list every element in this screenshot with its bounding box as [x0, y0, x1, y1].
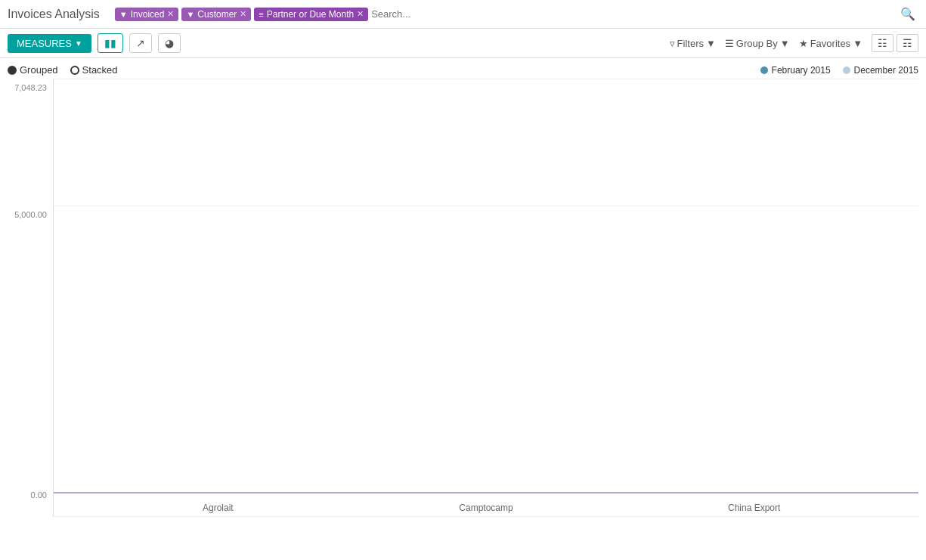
invoiced-filter-label: Invoiced — [131, 9, 165, 20]
favorites-button[interactable]: ★ Favorites ▼ — [799, 38, 863, 49]
x-label-agrolait: Agrolait — [84, 503, 352, 513]
legend-feb-dot — [760, 67, 768, 74]
filter-tags: ▼ Invoiced ✕ ▼ Customer ✕ ≡ Partner or D… — [115, 8, 897, 21]
page-title: Invoices Analysis — [8, 8, 100, 21]
bars-area — [54, 79, 918, 493]
customer-filter-icon: ▼ — [186, 10, 194, 19]
search-input[interactable] — [371, 8, 492, 21]
grouped-label: Grouped — [20, 64, 58, 76]
groupby-label: Group By — [736, 38, 778, 49]
grid-view-button[interactable]: ☷ — [872, 34, 893, 52]
search-button[interactable]: 🔍 — [897, 7, 918, 21]
bar-chart-view-button[interactable]: ▮▮ — [98, 33, 123, 53]
filter-tag-customer[interactable]: ▼ Customer ✕ — [181, 8, 251, 21]
legend-dec-label: December 2015 — [854, 65, 918, 76]
partner-filter-label: Partner or Due Month — [267, 9, 354, 20]
customer-filter-close[interactable]: ✕ — [240, 9, 246, 19]
grouped-radio[interactable] — [8, 66, 17, 75]
measures-button[interactable]: MEASURES ▼ — [8, 34, 91, 53]
partner-filter-icon: ≡ — [259, 10, 263, 19]
favorites-caret: ▼ — [853, 38, 863, 49]
star-icon: ★ — [799, 38, 808, 49]
line-chart-view-button[interactable]: ↗ — [129, 33, 152, 53]
filters-caret: ▼ — [706, 38, 716, 49]
legend-dec-dot — [843, 67, 850, 74]
legend-feb: February 2015 — [760, 65, 831, 76]
measures-caret-icon: ▼ — [75, 39, 82, 48]
chart-legend: February 2015 December 2015 — [760, 65, 918, 76]
chart-body: Agrolait Camptocamp China Export — [53, 79, 918, 517]
view-icons: ☷ ☶ — [872, 34, 918, 52]
invoiced-filter-icon: ▼ — [119, 10, 128, 19]
stacked-option[interactable]: Stacked — [70, 64, 118, 76]
x-label-camptocamp: Camptocamp — [352, 503, 621, 513]
favorites-label: Favorites — [810, 38, 850, 49]
partner-filter-close[interactable]: ✕ — [357, 9, 364, 19]
chart-area: Grouped Stacked February 2015 December 2… — [0, 58, 926, 517]
stacked-radio[interactable] — [70, 66, 79, 75]
chart-options: Grouped Stacked February 2015 December 2… — [8, 64, 918, 76]
grid-line-bottom — [54, 516, 918, 517]
chart-type-options: Grouped Stacked — [8, 64, 118, 76]
groupby-caret: ▼ — [780, 38, 790, 49]
measures-label: MEASURES — [17, 38, 72, 49]
invoiced-filter-close[interactable]: ✕ — [167, 9, 174, 19]
filters-button[interactable]: ▿ Filters ▼ — [670, 38, 716, 49]
list-view-button[interactable]: ☶ — [897, 34, 918, 52]
x-labels: Agrolait Camptocamp China Export — [54, 503, 918, 513]
y-axis: 7,048.23 5,000.00 0.00 — [8, 79, 53, 517]
groupby-icon: ☰ — [725, 38, 734, 49]
legend-feb-label: February 2015 — [772, 65, 831, 76]
top-bar: Invoices Analysis ▼ Invoiced ✕ ▼ Custome… — [0, 0, 926, 29]
y-mid-label: 5,000.00 — [14, 210, 47, 219]
x-label-china-export: China Export — [620, 503, 888, 513]
filter-tag-partner[interactable]: ≡ Partner or Due Month ✕ — [254, 8, 368, 21]
y-max-label: 7,048.23 — [14, 83, 47, 92]
toolbar-right: ▿ Filters ▼ ☰ Group By ▼ ★ Favorites ▼ ☷… — [670, 34, 918, 52]
chart-container: 7,048.23 5,000.00 0.00 — [8, 79, 918, 517]
toolbar: MEASURES ▼ ▮▮ ↗ ◕ ▿ Filters ▼ ☰ Group By… — [0, 29, 926, 58]
y-zero-label: 0.00 — [31, 490, 47, 500]
groupby-button[interactable]: ☰ Group By ▼ — [725, 38, 790, 49]
filters-label: Filters — [677, 38, 704, 49]
customer-filter-label: Customer — [197, 9, 237, 20]
legend-dec: December 2015 — [843, 65, 918, 76]
pie-chart-view-button[interactable]: ◕ — [158, 33, 181, 53]
stacked-label: Stacked — [82, 64, 118, 76]
filter-icon: ▿ — [670, 38, 675, 49]
grouped-option[interactable]: Grouped — [8, 64, 58, 76]
filter-tag-invoiced[interactable]: ▼ Invoiced ✕ — [115, 8, 179, 21]
